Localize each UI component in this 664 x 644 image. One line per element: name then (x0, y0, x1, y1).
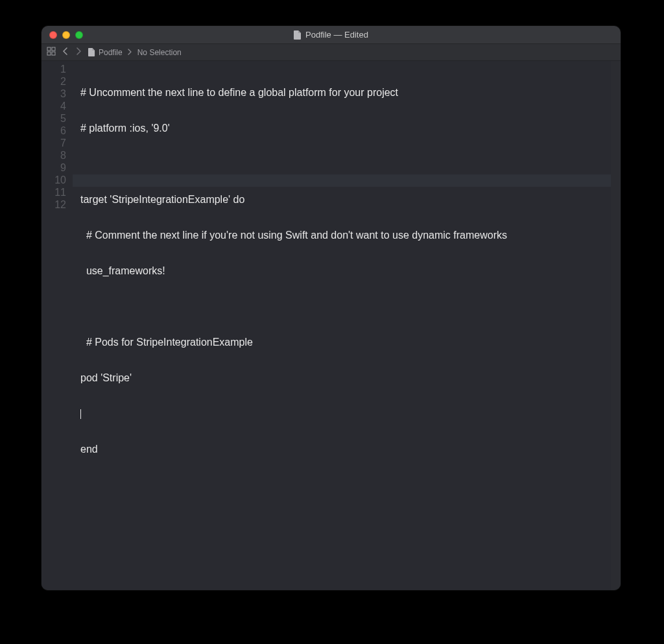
close-window-button[interactable] (49, 31, 57, 39)
code-line[interactable]: target 'StripeIntegrationExample' do (80, 194, 621, 206)
breadcrumb-selection-label: No Selection (137, 48, 182, 57)
editor-area[interactable]: 1 2 3 4 5 6 7 8 9 10 11 12 # Uncomment t… (42, 61, 621, 590)
svg-rect-0 (47, 47, 51, 51)
window-title: Podfile — Edited (42, 30, 621, 40)
nav-back-button[interactable] (61, 47, 69, 57)
code-line[interactable]: # Uncomment the next line to define a gl… (80, 87, 621, 99)
svg-rect-2 (47, 52, 51, 55)
line-number: 11 (42, 187, 66, 199)
line-number: 5 (42, 113, 66, 125)
line-number-gutter: 1 2 3 4 5 6 7 8 9 10 11 12 (42, 61, 73, 590)
code-line[interactable]: # Comment the next line if you're not us… (80, 230, 621, 242)
window-title-text: Podfile — Edited (305, 30, 368, 40)
code-line[interactable] (80, 479, 621, 492)
line-number: 10 (42, 174, 66, 187)
path-bar: Podfile No Selection (42, 44, 621, 61)
svg-rect-1 (52, 47, 55, 51)
related-items-icon[interactable] (47, 47, 56, 58)
line-number: 1 (42, 64, 66, 76)
code-line[interactable]: # Pods for StripeIntegrationExample (80, 337, 621, 349)
breadcrumb-file[interactable]: Podfile (88, 48, 123, 57)
line-number: 7 (42, 137, 66, 150)
code-line[interactable] (80, 408, 621, 420)
breadcrumb-file-label: Podfile (99, 48, 123, 57)
document-icon (294, 30, 302, 40)
minimize-window-button[interactable] (62, 31, 70, 39)
line-number: 9 (42, 162, 66, 174)
code-line[interactable] (80, 158, 621, 171)
line-number: 6 (42, 125, 66, 137)
code-content[interactable]: # Uncomment the next line to define a gl… (73, 61, 621, 590)
line-number: 8 (42, 150, 66, 162)
code-line[interactable]: # platform :ios, '9.0' (80, 123, 621, 135)
code-line[interactable]: pod 'Stripe' (80, 372, 621, 385)
text-cursor (80, 409, 81, 419)
breadcrumb-selection[interactable]: No Selection (137, 48, 182, 57)
chevron-right-icon (128, 49, 132, 56)
code-line[interactable]: use_frameworks! (80, 265, 621, 278)
titlebar[interactable]: Podfile — Edited (42, 26, 621, 44)
line-number: 12 (42, 199, 66, 211)
nav-forward-button[interactable] (75, 47, 83, 57)
code-line[interactable] (80, 301, 621, 313)
line-number: 4 (42, 101, 66, 113)
code-line[interactable]: end (80, 444, 621, 456)
traffic-lights (42, 31, 83, 39)
line-number: 2 (42, 76, 66, 88)
editor-window: Podfile — Edited Podfile No Selection (42, 26, 621, 590)
document-icon (88, 48, 95, 56)
zoom-window-button[interactable] (75, 31, 83, 39)
svg-rect-3 (52, 52, 55, 55)
line-number: 3 (42, 88, 66, 101)
